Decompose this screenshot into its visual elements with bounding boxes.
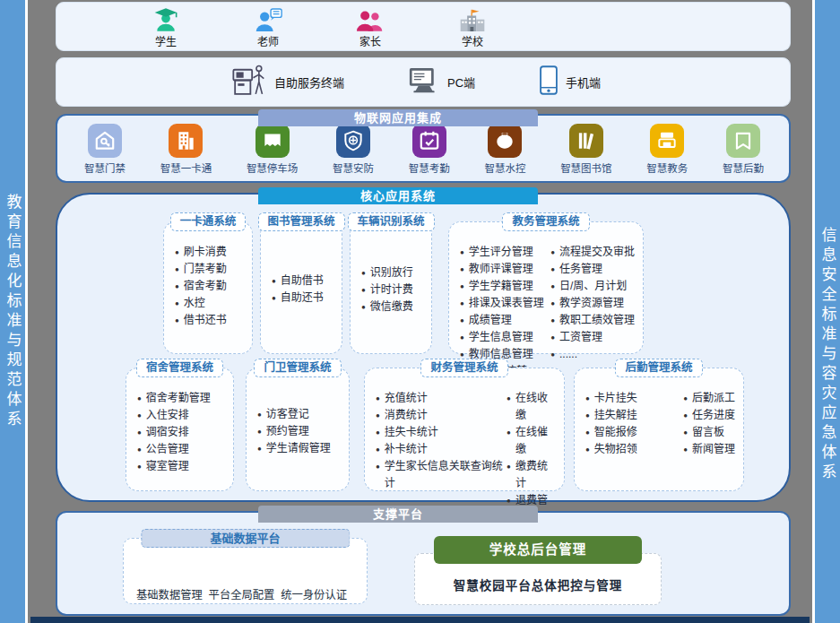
system-box-title: 宿舍管理系统 <box>136 359 223 377</box>
system-box: 后勤管理系统 ●卡片挂失●挂失解挂●智能报修●失物招领●后勤派工●任务进度●留言… <box>574 368 744 491</box>
iot-item: 智慧一卡通 <box>160 124 212 175</box>
bullet-icon: ● <box>175 312 179 329</box>
feature-item: ●预约管理 <box>257 423 331 440</box>
feature-item: ●任务管理 <box>550 261 635 278</box>
feature-item: ●消费统计 <box>376 407 507 424</box>
feature-item: ●在线催缴 <box>507 424 556 458</box>
feature-item: ●宿舍考勤 <box>175 278 227 295</box>
iot-item-label: 智慧考勤 <box>409 160 450 175</box>
bullet-icon: ● <box>550 261 555 278</box>
bullet-icon: ● <box>376 458 380 492</box>
bullet-icon: ● <box>361 299 366 316</box>
bullet-icon: ● <box>257 406 262 423</box>
system-box-title: 一卡通系统 <box>170 212 247 231</box>
bullet-icon: ● <box>507 458 511 492</box>
feature-item: ●任务进度 <box>683 407 735 424</box>
left-standards-sidebar: 教育信息化标准与规范体系 <box>0 0 28 623</box>
feature-item: ●水控 <box>175 295 227 312</box>
system-box: 宿舍管理系统 ●宿舍考勤管理●入住安排●调宿安排●公告管理●寝室管理 <box>126 368 234 491</box>
iot-item: 智慧考勤 <box>409 124 450 175</box>
bullet-icon: ● <box>550 329 555 346</box>
school-icon <box>459 6 486 31</box>
feature-item: ●微信缴费 <box>361 299 413 316</box>
feature-item: ●刷卡消费 <box>175 244 227 261</box>
role-label: 老师 <box>257 33 279 48</box>
feature-item: ●智能报修 <box>585 424 637 441</box>
feature-item: ●访客登记 <box>257 406 331 423</box>
bullet-icon: ● <box>175 261 179 278</box>
iot-item: 智慧停车场 <box>247 124 299 175</box>
iot-item-label: 智慧门禁 <box>84 160 126 175</box>
feature-item: ●后勤派工 <box>683 390 735 407</box>
feature-item: ●卡片挂失 <box>585 390 637 407</box>
role-label: 学校 <box>462 33 483 48</box>
one-card-icon <box>169 124 203 158</box>
iot-item-label: 智慧图书馆 <box>560 160 612 175</box>
iot-item-label: 智慧一卡通 <box>160 160 212 175</box>
iot-item: 智慧教务 <box>646 124 688 175</box>
feature-item: ●计时计费 <box>361 281 413 299</box>
devices-row: 自助服务终端 PC端 手机端 <box>56 58 790 106</box>
feature-item: ●学生请假管理 <box>257 440 331 457</box>
feature-item: ●在线收缴 <box>507 390 556 424</box>
door-access-icon <box>88 124 122 158</box>
bullet-icon: ● <box>376 424 380 441</box>
bullet-icon: ● <box>361 281 366 299</box>
feature-item: ●公告管理 <box>137 441 211 458</box>
bullet-icon: ● <box>257 440 262 457</box>
feature-column: ●自助借书●自助还书 <box>272 273 324 307</box>
users-panel: 学生 老师 家长 学校 <box>56 2 791 51</box>
device-label: 自助服务终端 <box>274 74 344 91</box>
support-panel: 基础数据平台 基础数据管理 平台全局配置 统一身份认证 用户账户与权限管理 单点… <box>56 511 791 616</box>
bullet-icon: ● <box>683 424 688 441</box>
iot-item: 智慧安防 <box>333 124 374 175</box>
feature-item: ●排课及课表管理 <box>460 295 544 312</box>
bullet-icon: ● <box>550 295 555 312</box>
attendance-icon <box>412 124 446 158</box>
bullet-icon: ● <box>460 312 464 329</box>
security-icon <box>336 124 370 158</box>
feature-item: ●补卡统计 <box>376 441 507 458</box>
academic-icon <box>650 124 684 158</box>
device-label: PC端 <box>447 74 475 91</box>
right-sidebar-label: 信息安全标准与容灾应急体系 <box>817 227 839 483</box>
bullet-icon: ● <box>137 407 142 424</box>
feature-item: ●自助还书 <box>272 290 324 307</box>
bullet-icon: ● <box>137 458 142 475</box>
feature-column: ●访客登记●预约管理●学生请假管理 <box>257 406 331 457</box>
bullet-icon: ● <box>460 244 464 261</box>
system-box-title: 教务管理系统 <box>502 212 589 231</box>
system-box: 财务管理系统 ●充值统计●消费统计●挂失卡统计●补卡统计●学生家长信息关联查询统… <box>364 368 565 491</box>
feature-column: ●后勤派工●任务进度●留言板●新闻管理 <box>683 390 735 485</box>
bullet-icon: ● <box>683 390 688 407</box>
school-admin-box: 学校总后台管理 智慧校园平台总体把控与管理 <box>414 553 662 605</box>
iot-section-header: 物联网应用集成 <box>258 109 538 126</box>
role-4: 学校 <box>444 6 501 48</box>
feature-item: ●充值统计 <box>376 390 507 407</box>
bullet-icon: ● <box>376 390 380 407</box>
iot-item: 智慧门禁 <box>84 124 126 175</box>
bullet-icon: ● <box>175 295 179 312</box>
parking-icon <box>255 124 290 158</box>
device-1: 自助服务终端 <box>232 65 344 100</box>
iot-item-label: 智慧安防 <box>333 160 374 175</box>
bullet-icon: ● <box>460 261 464 278</box>
school-admin-title: 学校总后台管理 <box>434 536 642 564</box>
bullet-icon: ● <box>376 407 380 424</box>
feature-item: ●教学资源管理 <box>550 295 635 312</box>
bullet-icon: ● <box>361 264 366 281</box>
role-1: 学生 <box>137 6 195 48</box>
base-platform-line: 基础数据管理 平台全局配置 统一身份认证 <box>136 587 358 604</box>
feature-item: ●工资管理 <box>550 329 635 346</box>
feature-column: ●刷卡消费●门禁考勤●宿舍考勤●水控●借书还书 <box>175 244 227 348</box>
feature-item: ●自助借书 <box>272 273 324 290</box>
water-icon <box>488 124 522 158</box>
feature-item: ●学生评分管理 <box>460 244 544 261</box>
feature-item: ●学生学籍管理 <box>460 278 544 295</box>
bullet-icon: ● <box>272 273 276 290</box>
bullet-icon: ● <box>683 441 688 458</box>
feature-item: ●入住安排 <box>137 407 211 424</box>
iot-item-label: 智慧教务 <box>646 160 688 175</box>
bullet-icon: ● <box>585 407 590 424</box>
bullet-icon: ● <box>507 390 511 424</box>
